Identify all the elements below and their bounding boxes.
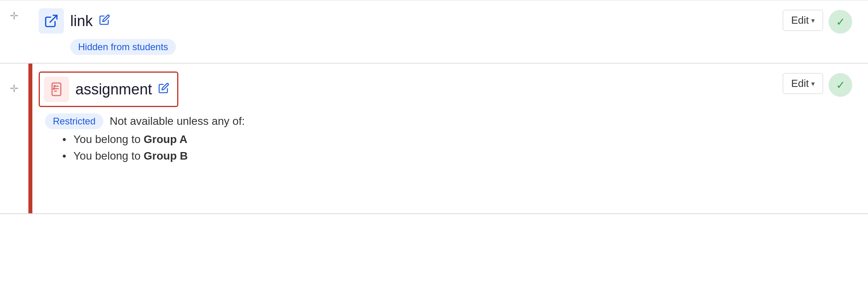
condition-group-b: You belong to Group B — [62, 150, 773, 162]
link-edit-button[interactable]: Edit ▾ — [783, 10, 823, 31]
group-b-bold: Group B — [144, 150, 188, 162]
link-right-col: Edit ▾ ✓ — [781, 0, 868, 63]
assignment-icon-box — [44, 77, 69, 102]
drag-icon: ✛ — [10, 10, 19, 22]
assignment-edit-button[interactable]: Edit ▾ — [783, 73, 823, 94]
link-row: ✛ link — [0, 0, 868, 63]
assignment-edit-chevron-icon: ▾ — [811, 79, 815, 88]
bottom-divider — [0, 214, 868, 214]
link-edit-pencil-icon[interactable] — [99, 14, 110, 28]
restriction-line: Restricted Not available unless any of: — [39, 113, 773, 129]
condition-a-text: You belong to Group A — [73, 133, 187, 145]
link-check-circle: ✓ — [829, 10, 852, 34]
link-check-icon: ✓ — [836, 15, 845, 28]
assignment-row: ✛ as — [0, 64, 868, 214]
link-svg-icon — [44, 13, 59, 28]
link-main-col: link Hidden from students — [32, 0, 781, 63]
link-edit-label: Edit — [791, 14, 809, 26]
hidden-from-students-badge: Hidden from students — [70, 39, 176, 55]
assignment-right-col: Edit ▾ ✓ — [781, 64, 868, 213]
assignment-edit-pencil-icon[interactable] — [158, 83, 169, 96]
conditions-list: You belong to Group A You belong to Grou… — [39, 133, 773, 166]
assignment-check-circle: ✓ — [829, 73, 852, 97]
condition-group-a: You belong to Group A — [62, 133, 773, 146]
assignment-title: assignment — [75, 81, 152, 98]
condition-b-text: You belong to Group B — [73, 150, 188, 162]
svg-point-6 — [53, 88, 54, 89]
link-drag-handle[interactable]: ✛ — [0, 0, 28, 63]
assignment-highlight-box: assignment — [39, 71, 178, 107]
assignment-check-icon: ✓ — [836, 79, 845, 92]
link-title-line: link — [39, 8, 773, 34]
svg-point-5 — [54, 86, 55, 87]
svg-line-0 — [50, 15, 57, 22]
assignment-edit-label: Edit — [791, 77, 809, 90]
assignment-svg-icon — [49, 82, 64, 97]
assignment-red-bar — [28, 64, 32, 213]
assignment-drag-handle[interactable]: ✛ — [0, 64, 28, 213]
group-a-bold: Group A — [144, 133, 187, 145]
assignment-highlight-wrapper: assignment — [39, 71, 773, 107]
assignment-drag-icon: ✛ — [10, 83, 19, 95]
link-icon-box — [39, 8, 64, 34]
link-edit-chevron-icon: ▾ — [811, 16, 815, 25]
restricted-badge: Restricted — [45, 113, 103, 129]
link-title: link — [70, 13, 93, 30]
hidden-badge-container: Hidden from students — [39, 38, 773, 55]
restriction-intro: Not available unless any of: — [110, 115, 245, 128]
assignment-main-col: assignment Restricted Not available unle… — [32, 64, 781, 213]
page-container: ✛ link — [0, 0, 868, 301]
